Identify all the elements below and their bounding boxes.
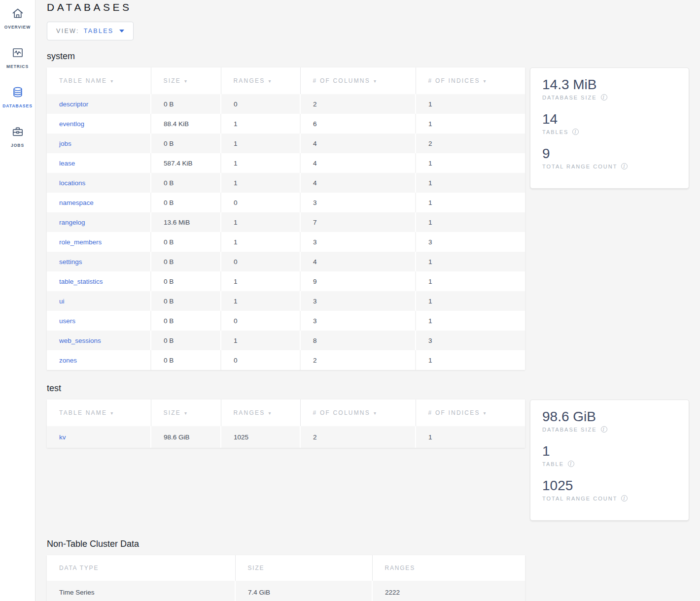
table-cell: table_statistics	[47, 271, 151, 291]
range-count-stat: 1025 TOTAL RANGE COUNTi	[542, 477, 677, 501]
table-cell: 3	[300, 193, 416, 212]
table-name-link[interactable]: rangelog	[59, 219, 85, 226]
table-cell: 2222	[372, 581, 525, 601]
table-name-link[interactable]: lease	[59, 160, 75, 167]
table-cell: 2	[416, 134, 525, 153]
table-cell: 1	[416, 173, 525, 193]
table-count-stat: 1 TABLEi	[542, 443, 677, 467]
table-cell: 0 B	[151, 291, 221, 311]
database-section-test: test TABLE NAME▾SIZE▾RANGES▾# OF COLUMNS…	[47, 383, 700, 521]
table-cell: 7	[300, 212, 416, 232]
stat-label: DATABASE SIZE	[542, 427, 597, 433]
column-header-ranges[interactable]: RANGES▾	[221, 400, 300, 426]
sort-arrow-icon: ▾	[110, 78, 113, 84]
sidebar-item-label: DATABASES	[2, 103, 33, 108]
table-cell: 0 B	[151, 232, 221, 252]
column-header-ranges[interactable]: RANGES▾	[221, 67, 300, 94]
stat-value: 9	[542, 145, 677, 162]
table-cell: 1	[416, 193, 525, 212]
info-icon[interactable]: i	[572, 129, 579, 135]
table-cell: 13.6 MiB	[151, 212, 221, 232]
stat-label: DATABASE SIZE	[542, 95, 597, 100]
view-selector-dropdown[interactable]: VIEW: TABLES	[47, 22, 134, 40]
table-name-link[interactable]: role_members	[59, 238, 102, 246]
table-name-link[interactable]: settings	[59, 258, 82, 266]
column-header-size[interactable]: SIZE▾	[151, 400, 221, 426]
table-row: settings0 B041	[47, 252, 525, 271]
table-cell: 1	[416, 271, 525, 291]
stat-value: 98.6 GiB	[542, 408, 677, 425]
column-header-size[interactable]: SIZE▾	[151, 67, 221, 94]
table-name-link[interactable]: descriptor	[59, 100, 88, 108]
table-name-link[interactable]: zones	[59, 357, 77, 364]
table-row: Time Series7.4 GiB2222	[47, 581, 525, 601]
table-cell: 0 B	[151, 331, 221, 350]
view-selector-value: TABLES	[84, 28, 114, 34]
database-size-stat: 98.6 GiB DATABASE SIZEi	[542, 408, 677, 433]
stat-value: 14	[542, 111, 677, 127]
sidebar: OVERVIEW METRICS DATABASES	[0, 0, 35, 601]
sidebar-item-databases[interactable]: DATABASES	[0, 82, 35, 121]
database-summary-card: 98.6 GiB DATABASE SIZEi 1 TABLEi 1025 TO…	[530, 400, 689, 521]
sort-arrow-icon: ▾	[268, 78, 271, 84]
info-icon[interactable]: i	[621, 495, 628, 501]
table-name-link[interactable]: jobs	[59, 140, 71, 147]
sort-arrow-icon: ▾	[374, 78, 376, 84]
table-cell: 1	[416, 350, 525, 370]
table-name-link[interactable]: ui	[59, 298, 65, 305]
table-cell: 1	[416, 94, 525, 114]
table-count-stat: 14 TABLESi	[542, 111, 677, 135]
table-row: locations0 B141	[47, 173, 525, 193]
main-content: DATABASES VIEW: TABLES system TABLE NAME…	[35, 0, 700, 601]
table-cell: 1	[221, 114, 300, 134]
sort-arrow-icon: ▾	[268, 410, 271, 416]
table-name-link[interactable]: table_statistics	[59, 278, 103, 285]
sidebar-item-overview[interactable]: OVERVIEW	[0, 3, 35, 42]
table-cell: 4	[300, 134, 416, 153]
table-cell: lease	[47, 153, 151, 173]
chevron-down-icon	[119, 30, 124, 33]
sidebar-item-metrics[interactable]: METRICS	[0, 42, 35, 82]
system-tables-table: TABLE NAME▾SIZE▾RANGES▾# OF COLUMNS▾# OF…	[47, 67, 525, 370]
sidebar-item-jobs[interactable]: JOBS	[0, 121, 35, 161]
info-icon[interactable]: i	[621, 163, 628, 169]
database-section-system: system TABLE NAME▾SIZE▾RANGES▾# OF COLUM…	[47, 51, 700, 370]
table-cell: 0	[221, 252, 300, 271]
table-row: rangelog13.6 MiB171	[47, 212, 525, 232]
column-header-table-name[interactable]: TABLE NAME▾	[47, 400, 151, 426]
page-title: DATABASES	[47, 1, 700, 13]
info-icon[interactable]: i	[568, 461, 574, 467]
database-size-stat: 14.3 MiB DATABASE SIZEi	[542, 76, 677, 100]
table-cell: 88.4 KiB	[151, 114, 221, 134]
table-row: table_statistics0 B191	[47, 271, 525, 291]
column-header-table-name[interactable]: TABLE NAME▾	[47, 67, 151, 94]
table-cell: 1	[221, 232, 300, 252]
table-name-link[interactable]: kv	[59, 434, 66, 441]
table-cell: eventlog	[47, 114, 151, 134]
stat-label: TABLES	[542, 129, 568, 135]
column-header--of-columns[interactable]: # OF COLUMNS▾	[300, 400, 416, 426]
table-cell: 0	[221, 311, 300, 331]
table-name-link[interactable]: eventlog	[59, 120, 84, 128]
table-cell: 6	[300, 114, 416, 134]
table-cell: role_members	[47, 232, 151, 252]
table-row: kv98.6 GiB102521	[47, 426, 525, 448]
database-name-heading: system	[47, 51, 700, 62]
info-icon[interactable]: i	[601, 426, 607, 433]
table-name-link[interactable]: web_sessions	[59, 337, 101, 344]
stat-label: TOTAL RANGE COUNT	[542, 164, 617, 169]
column-header--of-columns[interactable]: # OF COLUMNS▾	[300, 67, 416, 94]
table-name-link[interactable]: namespace	[59, 199, 94, 206]
table-name-link[interactable]: locations	[59, 179, 85, 187]
table-row: lease587.4 KiB141	[47, 153, 525, 173]
table-cell: 1	[221, 153, 300, 173]
table-row: zones0 B021	[47, 350, 525, 370]
table-name-link[interactable]: users	[59, 317, 75, 325]
table-cell: 3	[300, 232, 416, 252]
column-header--of-indices[interactable]: # OF INDICES▾	[416, 400, 525, 426]
table-cell: 3	[416, 232, 525, 252]
column-header--of-indices[interactable]: # OF INDICES▾	[416, 67, 525, 94]
table-cell: 1	[416, 426, 525, 448]
info-icon[interactable]: i	[601, 94, 607, 100]
table-cell: 1	[221, 271, 300, 291]
